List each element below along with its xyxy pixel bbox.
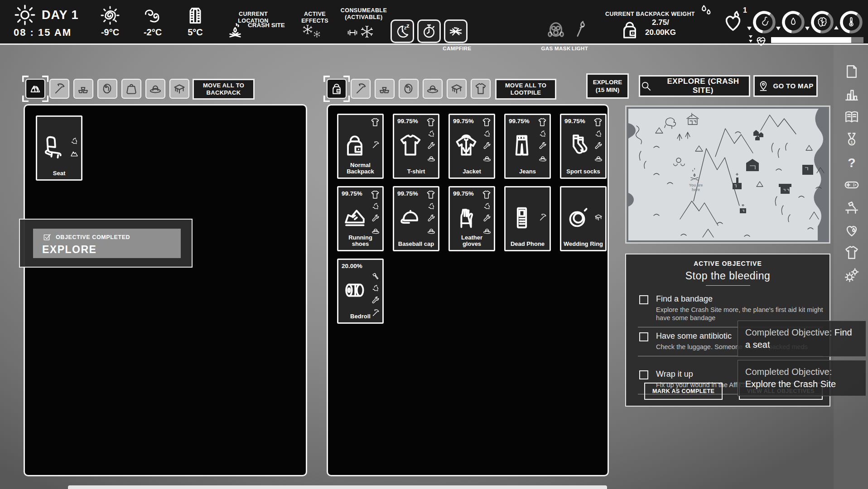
filter-pickaxe-tab[interactable] xyxy=(351,79,371,99)
filter-backpack-tab[interactable] xyxy=(327,79,347,99)
heartbeat-icon xyxy=(754,34,768,47)
equip-slot-icon[interactable] xyxy=(426,190,436,200)
move-all-to-backpack-button[interactable]: MOVE ALL TO BACKPACK xyxy=(193,79,255,100)
item-action-icons[interactable] xyxy=(371,202,381,235)
task-checkbox[interactable] xyxy=(639,295,648,304)
sidebar-controls-button[interactable] xyxy=(844,177,860,193)
hat-icon xyxy=(538,154,547,163)
campfire-button[interactable] xyxy=(444,19,468,43)
explore-crash-site-label: EXPLORE (CRASH SITE) xyxy=(657,77,749,95)
item-action-icons[interactable] xyxy=(427,129,436,163)
hat-icon xyxy=(427,154,436,163)
pickaxe-icon xyxy=(53,82,66,96)
sidebar-stats-button[interactable] xyxy=(844,86,860,102)
sleep-button[interactable] xyxy=(391,19,414,43)
item-card[interactable]: 99.75%T-shirt xyxy=(393,114,439,179)
filter-weight-tab[interactable] xyxy=(121,79,141,99)
title-divider xyxy=(706,285,750,286)
backpack-weight-icon xyxy=(619,19,641,41)
seat-icon xyxy=(40,133,67,161)
equip-slot-icon[interactable] xyxy=(537,117,547,127)
equip-slot-icon[interactable] xyxy=(370,190,380,200)
task-checkbox[interactable] xyxy=(639,332,648,341)
wait-button[interactable] xyxy=(417,19,441,43)
ring-item-icon xyxy=(564,204,591,232)
light-torch-icon[interactable] xyxy=(571,19,590,38)
filter-food-tab[interactable] xyxy=(97,79,117,99)
help-icon xyxy=(844,154,860,170)
temperature-vest: 5°C xyxy=(180,5,210,37)
item-action-icons[interactable] xyxy=(538,129,548,163)
filter-hat-tab[interactable] xyxy=(423,79,443,99)
vital-gauge-temperature xyxy=(839,10,863,34)
filter-materials-tab[interactable] xyxy=(375,79,395,99)
sidebar-crafting-button[interactable] xyxy=(844,199,860,216)
explore-15min-button[interactable]: EXPLORE (15 MIN) xyxy=(586,73,629,99)
mark-as-complete-button[interactable]: MARK AS COMPLETE xyxy=(644,383,723,400)
map-pin-icon xyxy=(757,80,769,92)
item-action-icons[interactable] xyxy=(594,213,603,222)
item-action-icons[interactable] xyxy=(482,129,492,163)
popup-objective-name: EXPLORE xyxy=(42,244,181,255)
condition-percent: 99.75% xyxy=(564,118,585,125)
toast-notification: Completed Objective: Explore the Crash S… xyxy=(738,360,866,396)
explore-crash-site-button[interactable]: EXPLORE (CRASH SITE) xyxy=(639,75,750,97)
item-card[interactable]: 20.00%Bedroll xyxy=(337,259,384,324)
snowflake-consumable-icon[interactable] xyxy=(361,25,373,38)
item-name: Sport socks xyxy=(563,168,604,175)
item-action-icons[interactable] xyxy=(427,202,436,235)
item-action-icons[interactable] xyxy=(594,129,603,163)
item-action-icons[interactable] xyxy=(70,137,79,158)
filter-tshirt-tab[interactable] xyxy=(471,79,491,99)
backpack-icon xyxy=(342,131,368,159)
sidebar-achievements-button[interactable] xyxy=(844,131,860,148)
explore-15min-line2: (15 MIN) xyxy=(596,86,620,94)
objective-title: Stop the bleeding xyxy=(626,270,829,282)
recycle-icon xyxy=(427,202,436,211)
equip-slot-icon[interactable] xyxy=(593,117,603,127)
item-card[interactable]: 99.75%Baseball cap xyxy=(393,186,439,251)
sidebar-settings-button[interactable] xyxy=(844,267,860,283)
condition-percent: 99.75% xyxy=(397,190,418,197)
dumbbell-icon[interactable] xyxy=(346,26,359,39)
item-action-icons[interactable] xyxy=(482,202,492,235)
item-card[interactable]: 99.75%Jacket xyxy=(448,114,495,179)
filter-furniture-tab[interactable] xyxy=(169,79,189,99)
sidebar-journal-button[interactable] xyxy=(844,63,860,80)
item-card[interactable]: Seat xyxy=(36,115,82,181)
item-card[interactable]: 99.75%Jeans xyxy=(504,114,551,179)
item-card[interactable]: Normal Backpack xyxy=(337,114,384,179)
item-action-icons[interactable] xyxy=(371,272,381,317)
item-card[interactable]: Wedding Ring xyxy=(560,186,607,251)
filter-pickaxe-tab[interactable] xyxy=(49,79,69,99)
filter-loot-tab[interactable] xyxy=(25,79,45,99)
filter-materials-tab[interactable] xyxy=(73,79,93,99)
world-map-preview[interactable]: You are here xyxy=(625,105,830,244)
equip-slot-icon[interactable] xyxy=(370,117,380,127)
equip-slot-icon[interactable] xyxy=(482,117,492,127)
item-card[interactable]: Dead Phone xyxy=(504,186,551,251)
item-name: T-shirt xyxy=(395,168,437,175)
item-card[interactable]: 99.75%Leather gloves xyxy=(448,186,495,251)
equip-slot-icon[interactable] xyxy=(426,117,436,127)
item-card[interactable]: 99.75%Running shoes xyxy=(337,186,384,251)
equip-slot-icon[interactable] xyxy=(482,190,492,200)
move-all-to-lootpile-button[interactable]: MOVE ALL TO LOOTPILE xyxy=(495,79,556,100)
task-checkbox[interactable] xyxy=(639,370,648,379)
furniture-icon xyxy=(594,213,603,222)
filter-furniture-tab[interactable] xyxy=(447,79,467,99)
lootpile-filter-bar xyxy=(25,79,189,99)
item-action-icons[interactable] xyxy=(371,140,381,149)
checked-box-icon xyxy=(43,233,52,242)
sidebar-help-button[interactable] xyxy=(844,154,860,170)
sidebar-outfit-button[interactable] xyxy=(844,244,860,261)
item-action-icons[interactable] xyxy=(538,213,548,222)
filter-hat-tab[interactable] xyxy=(145,79,165,99)
go-to-map-button[interactable]: GO TO MAP xyxy=(753,75,818,97)
sidebar-health-button[interactable] xyxy=(844,222,860,238)
controls-icon xyxy=(844,177,860,193)
sidebar-guide-button[interactable] xyxy=(844,109,860,125)
filter-food-tab[interactable] xyxy=(399,79,419,99)
item-card[interactable]: 99.75%Sport socks xyxy=(560,114,607,179)
gas-mask-icon[interactable] xyxy=(545,20,566,41)
